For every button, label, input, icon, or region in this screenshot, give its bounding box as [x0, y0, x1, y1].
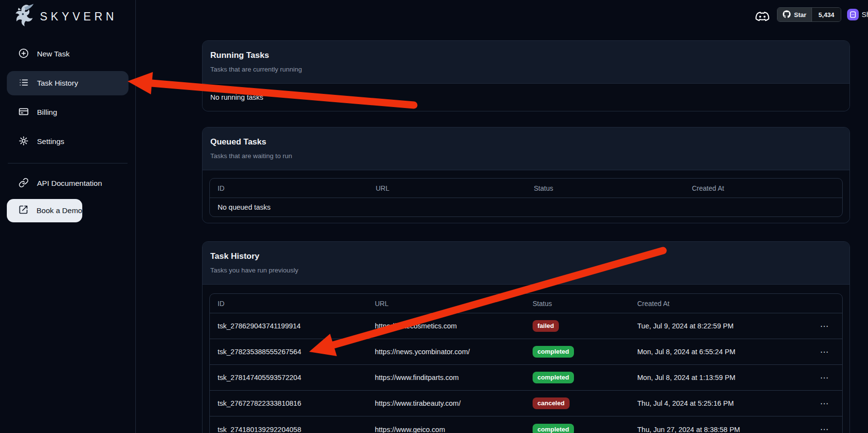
skyvern-dragon-icon: [13, 3, 34, 30]
status-badge: failed: [533, 320, 559, 332]
row-actions-button[interactable]: ⋯: [807, 347, 842, 357]
task-history-body: ID URL Status Created At tsk_27862904374…: [203, 285, 850, 433]
github-star-button[interactable]: Star: [777, 8, 812, 21]
row-actions-button[interactable]: ⋯: [807, 398, 842, 409]
card-subtitle: Tasks you have run previously: [210, 266, 842, 275]
sidebar-item-new-task[interactable]: New Task: [7, 42, 129, 66]
cell-created-at: Thu, Jun 27, 2024 at 8:38:58 PM: [629, 426, 807, 433]
discord-icon[interactable]: [755, 10, 770, 22]
card-title: Running Tasks: [210, 50, 842, 61]
queued-tasks-table: ID URL Status Created At No queued tasks: [209, 178, 843, 217]
sidebar-item-label: New Task: [37, 50, 70, 58]
book-a-demo-button[interactable]: Book a Demo: [7, 199, 82, 222]
cell-created-at: Thu, Jul 4, 2024 at 5:25:16 PM: [629, 399, 807, 407]
column-header-url: URL: [368, 184, 526, 192]
running-tasks-card: Running Tasks Tasks that are currently r…: [202, 40, 850, 111]
queued-tasks-header: Queued Tasks Tasks that are waiting to r…: [203, 127, 850, 170]
status-badge: completed: [533, 346, 574, 358]
logo: SKYVERN: [0, 3, 135, 30]
table-row[interactable]: tsk_276727822333810816 https://www.tirab…: [210, 391, 842, 416]
table-row[interactable]: tsk_274180139292204058 https://www.geico…: [210, 416, 842, 433]
sidebar: SKYVERN New Task Task History: [0, 0, 136, 433]
status-badge: canceled: [533, 397, 570, 409]
history-table-header: ID URL Status Created At: [210, 294, 842, 313]
running-tasks-body: No running tasks: [203, 84, 850, 111]
github-star-label: Star: [794, 11, 806, 18]
sidebar-item-label: Settings: [37, 137, 64, 146]
status-badge: completed: [533, 424, 574, 433]
cell-url: https://www.geico.com: [367, 426, 525, 433]
table-row[interactable]: tsk_278629043741199914 https://tartecosm…: [210, 313, 842, 339]
cell-id: tsk_278629043741199914: [210, 322, 367, 330]
task-history-table: ID URL Status Created At tsk_27862904374…: [209, 293, 843, 433]
cell-created-at: Mon, Jul 8, 2024 at 6:55:24 PM: [629, 348, 807, 356]
column-header-id: ID: [210, 300, 367, 307]
running-empty-text: No running tasks: [210, 93, 842, 101]
credit-card-icon: [18, 107, 29, 119]
sidebar-item-settings[interactable]: Settings: [7, 129, 129, 154]
topbar: Star 5,434 Sh: [136, 0, 868, 29]
status-badge: completed: [533, 372, 574, 383]
github-icon: [783, 10, 791, 19]
external-link-icon: [18, 205, 28, 216]
sidebar-nav: New Task Task History Billing: [0, 42, 135, 159]
github-star-count[interactable]: 5,434: [812, 8, 841, 21]
cell-url: https://tartecosmetics.com: [367, 322, 525, 330]
column-header-status: Status: [525, 300, 629, 307]
cell-id: tsk_278235388555267564: [210, 348, 367, 356]
queued-tasks-card: Queued Tasks Tasks that are waiting to r…: [202, 127, 850, 223]
card-title: Task History: [210, 251, 842, 262]
running-tasks-header: Running Tasks Tasks that are currently r…: [203, 41, 850, 84]
cell-url: https://www.finditparts.com: [367, 374, 525, 381]
row-actions-button[interactable]: ⋯: [807, 321, 842, 331]
logo-text: SKYVERN: [40, 10, 117, 23]
cell-url: https://news.ycombinator.com/: [367, 348, 525, 356]
sidebar-item-api-documentation[interactable]: API Documentation: [7, 171, 129, 196]
sidebar-item-label: API Documentation: [37, 179, 102, 188]
task-history-header: Task History Tasks you have run previous…: [203, 242, 850, 285]
column-header-created-at: Created At: [629, 300, 807, 307]
cta-label: Book a Demo: [37, 206, 82, 215]
task-history-card: Task History Tasks you have run previous…: [202, 241, 850, 433]
column-header-status: Status: [526, 184, 684, 192]
queued-empty-text: No queued tasks: [210, 198, 842, 216]
card-title: Queued Tasks: [210, 137, 842, 147]
gear-icon: [18, 136, 29, 148]
user-name-label: Sh: [862, 11, 868, 18]
content: Running Tasks Tasks that are currently r…: [136, 0, 868, 433]
table-row[interactable]: tsk_278235388555267564 https://news.ycom…: [210, 339, 842, 365]
cell-id: tsk_274180139292204058: [210, 426, 367, 433]
link-icon: [18, 178, 29, 190]
card-subtitle: Tasks that are waiting to run: [210, 152, 842, 161]
queued-table-header: ID URL Status Created At: [210, 179, 842, 198]
sidebar-item-task-history[interactable]: Task History: [7, 71, 129, 95]
cell-created-at: Mon, Jul 8, 2024 at 1:13:59 PM: [629, 374, 807, 381]
sidebar-item-billing[interactable]: Billing: [7, 100, 129, 125]
sidebar-divider: [8, 163, 128, 163]
sidebar-item-label: Billing: [37, 108, 57, 117]
history-table-body: tsk_278629043741199914 https://tartecosm…: [210, 313, 842, 433]
user-avatar[interactable]: [847, 9, 859, 20]
sidebar-item-label: Task History: [37, 79, 78, 88]
column-header-created-at: Created At: [684, 184, 842, 192]
cell-id: tsk_276727822333810816: [210, 399, 367, 407]
table-row[interactable]: tsk_278147405593572204 https://www.findi…: [210, 365, 842, 391]
cell-id: tsk_278147405593572204: [210, 374, 367, 381]
circle-plus-icon: [18, 48, 29, 60]
row-actions-button[interactable]: ⋯: [807, 424, 842, 433]
card-subtitle: Tasks that are currently running: [210, 65, 842, 74]
queued-tasks-body: ID URL Status Created At No queued tasks: [203, 170, 850, 223]
cell-created-at: Tue, Jul 9, 2024 at 8:22:59 PM: [629, 322, 807, 330]
github-star-widget[interactable]: Star 5,434: [777, 7, 841, 22]
column-header-id: ID: [210, 184, 368, 192]
cell-url: https://www.tirabeauty.com/: [367, 399, 525, 407]
column-header-url: URL: [367, 300, 525, 307]
main-content: Star 5,434 Sh Running Tasks Tasks that a…: [136, 0, 868, 433]
row-actions-button[interactable]: ⋯: [807, 373, 842, 383]
list-icon: [18, 77, 29, 90]
